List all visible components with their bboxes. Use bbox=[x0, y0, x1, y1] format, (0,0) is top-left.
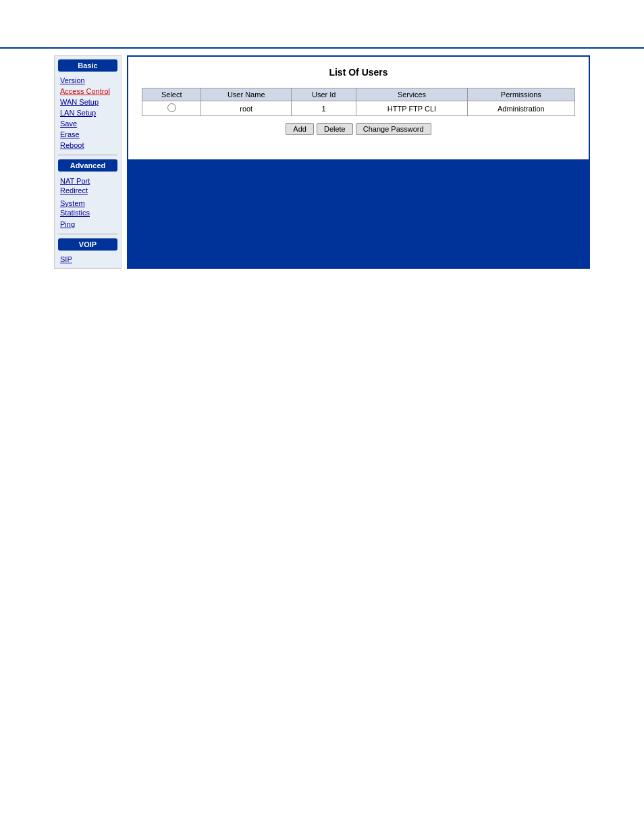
col-userid: User Id bbox=[291, 88, 356, 101]
sidebar-item-nat-port-redirect[interactable]: NAT Port Redirect bbox=[55, 175, 121, 197]
sidebar-item-ping[interactable]: Ping bbox=[55, 219, 121, 230]
sidebar-item-lan-setup[interactable]: LAN Setup bbox=[55, 107, 121, 118]
sidebar-item-version[interactable]: Version bbox=[55, 75, 121, 86]
advanced-section-label: Advanced bbox=[58, 159, 117, 172]
row-select-cell bbox=[142, 101, 201, 116]
content-bottom bbox=[128, 159, 589, 267]
action-buttons: Add Delete Change Password bbox=[142, 123, 575, 135]
sidebar-item-sip[interactable]: SIP bbox=[55, 254, 121, 265]
sidebar-item-wan-setup[interactable]: WAN Setup bbox=[55, 97, 121, 107]
main-layout: Basic Version Access Control WAN Setup L… bbox=[0, 55, 644, 269]
sidebar-item-reboot[interactable]: Reboot bbox=[55, 140, 121, 151]
user-select-radio[interactable] bbox=[167, 103, 176, 112]
col-username: User Name bbox=[201, 88, 292, 101]
row-services: HTTP FTP CLI bbox=[356, 101, 467, 116]
sidebar-item-erase[interactable]: Erase bbox=[55, 129, 121, 140]
users-table: Select User Name User Id Services Permis… bbox=[142, 88, 575, 116]
top-border bbox=[0, 47, 644, 49]
delete-button[interactable]: Delete bbox=[317, 123, 353, 135]
add-button[interactable]: Add bbox=[286, 123, 314, 135]
main-content: List Of Users Select User Name User Id S… bbox=[127, 55, 590, 269]
sidebar-item-system-statistics[interactable]: System Statistics bbox=[55, 197, 121, 219]
basic-section-label: Basic bbox=[58, 59, 117, 72]
sidebar-item-save[interactable]: Save bbox=[55, 118, 121, 129]
col-permissions: Permissions bbox=[467, 88, 574, 101]
col-services: Services bbox=[356, 88, 467, 101]
sidebar-item-access-control[interactable]: Access Control bbox=[55, 86, 121, 97]
table-row: root 1 HTTP FTP CLI Administration bbox=[142, 101, 575, 116]
row-userid: 1 bbox=[291, 101, 356, 116]
col-select: Select bbox=[142, 88, 201, 101]
change-password-button[interactable]: Change Password bbox=[356, 123, 431, 135]
row-permissions: Administration bbox=[467, 101, 574, 116]
sidebar: Basic Version Access Control WAN Setup L… bbox=[54, 55, 122, 269]
row-username: root bbox=[201, 101, 292, 116]
content-top: List Of Users Select User Name User Id S… bbox=[128, 57, 589, 159]
sidebar-divider-1 bbox=[58, 155, 117, 155]
sidebar-divider-2 bbox=[58, 234, 117, 234]
voip-section-label: VOIP bbox=[58, 238, 117, 251]
page-title: List Of Users bbox=[142, 67, 575, 78]
